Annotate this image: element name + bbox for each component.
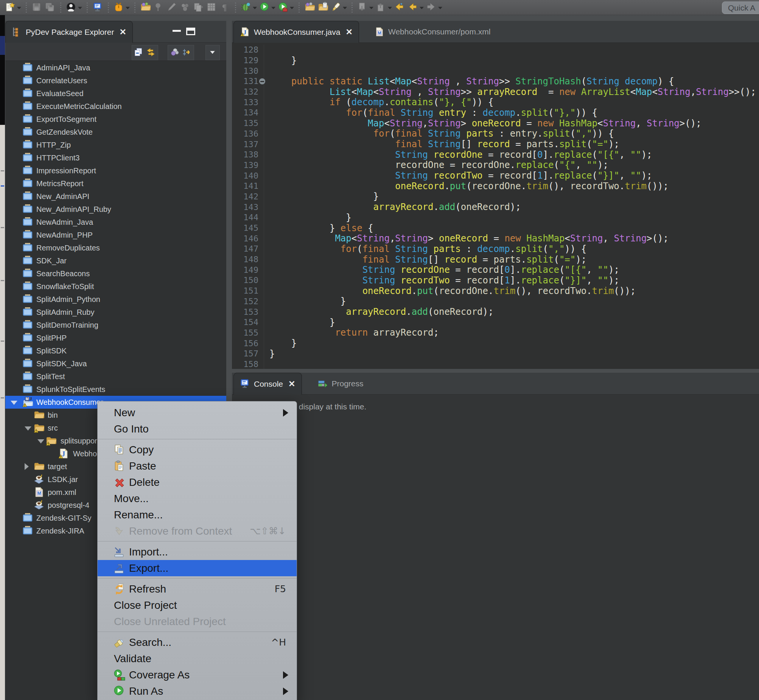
link-editor-button[interactable] xyxy=(146,47,156,58)
tree-item-httpclient3[interactable]: HTTPClient3 xyxy=(5,152,226,164)
tree-item-exporttosegment[interactable]: ExportToSegment xyxy=(5,113,226,126)
back-edit-button[interactable]: * xyxy=(393,1,406,14)
tree-item-splunktosplitevents[interactable]: SplunkToSplitEvents xyxy=(5,383,226,396)
tree-item-impressionreport[interactable]: ImpressionReport xyxy=(5,164,226,177)
menu-item-close-project[interactable]: Close Project xyxy=(98,597,297,613)
tab-webhookconsumer-pom-xml[interactable]: MWebhookConsumer/pom.xml xyxy=(368,21,497,43)
tree-item-executemetriccalculation[interactable]: ExecuteMetricCalculation xyxy=(5,100,226,113)
menu-item-paste[interactable]: Paste xyxy=(98,458,297,474)
tree-item-new-adminapi[interactable]: New_AdminAPI xyxy=(5,190,226,203)
tree-item-splitsdk-java[interactable]: SplitSDK_Java xyxy=(5,357,226,370)
table-button[interactable] xyxy=(205,1,218,14)
file-up-button[interactable] xyxy=(375,1,393,14)
pilcrow-button[interactable]: ¶ xyxy=(218,1,231,14)
tab-console[interactable]: Console✕ xyxy=(233,373,302,395)
menu-item-rename[interactable]: Rename... xyxy=(98,507,297,523)
file-down-button[interactable] xyxy=(356,1,375,14)
save-all-button[interactable] xyxy=(44,1,57,14)
chevron-down-icon[interactable] xyxy=(11,401,17,405)
menu-item-coverage-as[interactable]: Coverage As xyxy=(98,667,297,683)
tree-item-splitsdk[interactable]: SplitSDK xyxy=(5,344,226,357)
menu-item-new[interactable]: New xyxy=(98,405,297,421)
menu-item-copy[interactable]: Copy xyxy=(98,442,297,458)
menu-item-delete[interactable]: Delete xyxy=(98,474,297,491)
line-number: 155 xyxy=(232,328,258,338)
menu-item-export[interactable]: Export... xyxy=(98,560,297,576)
menu-item-validate[interactable]: Validate xyxy=(98,650,297,667)
menu-item-import[interactable]: Import... xyxy=(98,544,297,560)
quick-access-box[interactable]: Quick A xyxy=(722,2,759,14)
marker-button[interactable] xyxy=(330,1,348,14)
chevron-down-icon[interactable] xyxy=(37,439,44,444)
menu-item-refresh[interactable]: RefreshF5 xyxy=(98,581,297,597)
run-button[interactable] xyxy=(258,1,276,14)
plus-arrow-button[interactable] xyxy=(182,47,192,58)
proj-icon xyxy=(22,229,33,241)
close-icon[interactable]: ✕ xyxy=(288,379,295,389)
tree-item-sdk-jar[interactable]: SDK_Jar xyxy=(5,254,226,267)
dropdown-arrow-icon[interactable] xyxy=(438,6,442,9)
focus-balls-button[interactable] xyxy=(170,47,180,58)
dropdown-arrow-icon[interactable] xyxy=(78,6,82,9)
tree-item-newadmin-java[interactable]: NewAdmin_Java xyxy=(5,216,226,228)
tree-item-splittest[interactable]: SplitTest xyxy=(5,370,226,383)
new-wizard-button[interactable] xyxy=(4,1,22,14)
menu-item-go-into[interactable]: Go Into xyxy=(98,421,297,437)
folder-clip-button[interactable] xyxy=(316,1,330,14)
tree-item-getzendeskvote[interactable]: GetZendeskVote xyxy=(5,126,226,139)
menu-item-search[interactable]: Search...^H xyxy=(98,634,297,650)
dropdown-arrow-icon[interactable] xyxy=(271,6,275,9)
console-view-button[interactable] xyxy=(91,1,105,14)
menu-item-run-as[interactable]: Run As xyxy=(98,683,297,699)
split-bug-button[interactable] xyxy=(112,1,131,14)
sign-button[interactable] xyxy=(166,1,179,14)
forward-button[interactable] xyxy=(425,1,444,14)
maximize-button[interactable] xyxy=(186,28,195,35)
save-button[interactable] xyxy=(30,1,44,14)
tree-item-correlateusers[interactable]: CorrelateUsers xyxy=(5,74,226,87)
dropdown-arrow-icon[interactable] xyxy=(290,6,294,9)
tree-item-snowflaketosplit[interactable]: SnowflakeToSplit xyxy=(5,280,226,293)
chevron-right-icon[interactable] xyxy=(25,463,29,470)
dropdown-arrow-icon[interactable] xyxy=(388,6,392,9)
fold-marker-icon[interactable] xyxy=(259,78,265,84)
dropdown-arrow-icon[interactable] xyxy=(369,6,373,9)
tree-item-evaluateseed[interactable]: EvaluateSeed xyxy=(5,87,226,100)
close-icon[interactable]: ✕ xyxy=(345,27,352,37)
dropdown-arrow-icon[interactable] xyxy=(420,6,424,9)
tab-progress[interactable]: Progress xyxy=(312,373,370,395)
user-button[interactable] xyxy=(65,1,83,14)
code-editor[interactable]: 128129 }130131 public static List<Map<St… xyxy=(232,43,759,369)
tree-item-adminapi-java[interactable]: AdminAPI_Java xyxy=(5,61,226,74)
tree-item-splitadmin-ruby[interactable]: SplitAdmin_Ruby xyxy=(5,306,226,319)
tree-item-metricsreport[interactable]: MetricsReport xyxy=(5,177,226,190)
view-menu-button[interactable] xyxy=(207,47,218,58)
tab-webhookconsumer-java[interactable]: JWebhookConsumer.java✕ xyxy=(233,21,359,43)
collapse-all-button[interactable] xyxy=(134,47,144,58)
tree-item-removeduplicates[interactable]: RemoveDuplicates xyxy=(5,241,226,254)
ext-tools-button[interactable] xyxy=(139,1,152,14)
file-switch-button[interactable] xyxy=(192,1,205,14)
back-button[interactable] xyxy=(406,1,425,14)
debug-run-button[interactable] xyxy=(276,1,295,14)
menu-item-move[interactable]: Move... xyxy=(98,491,297,507)
tree-item-newadmin-php[interactable]: NewAdmin_PHP xyxy=(5,228,226,241)
tab-pydev-package-explorer[interactable]: PyDev Package Explorer ✕ xyxy=(5,21,133,43)
pin-button[interactable] xyxy=(152,1,166,14)
minimize-button[interactable] xyxy=(173,28,182,35)
tree-item-splitphp[interactable]: SplitPHP xyxy=(5,331,226,344)
folder-balls-button[interactable] xyxy=(303,1,316,14)
tree-item-splitadmin-python[interactable]: SplitAdmin_Python xyxy=(5,293,226,306)
tree-item-searchbeacons[interactable]: SearchBeacons xyxy=(5,267,226,280)
tree-item-http-zip[interactable]: HTTP_Zip xyxy=(5,139,226,152)
dropdown-arrow-icon[interactable] xyxy=(17,6,21,9)
dropdown-arrow-icon[interactable] xyxy=(253,6,257,9)
debug-bug-button[interactable] xyxy=(239,1,258,14)
tree-item-splitdemotraining[interactable]: SplitDemoTraining xyxy=(5,319,226,331)
dropdown-arrow-icon[interactable] xyxy=(343,6,347,9)
close-icon[interactable]: ✕ xyxy=(119,27,126,37)
dropdown-arrow-icon[interactable] xyxy=(126,6,130,9)
paw-button[interactable] xyxy=(179,1,192,14)
chevron-down-icon[interactable] xyxy=(25,427,31,431)
tree-item-new-adminapi-ruby[interactable]: New_AdminAPI_Ruby xyxy=(5,203,226,216)
